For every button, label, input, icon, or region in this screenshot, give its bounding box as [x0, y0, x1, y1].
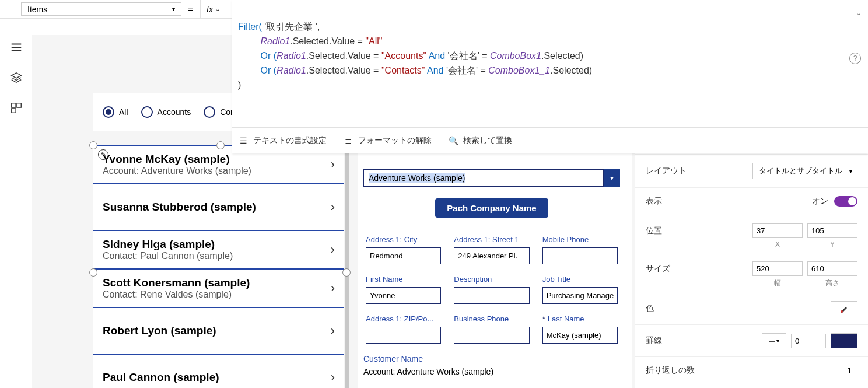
- list-item[interactable]: Robert Lyon (sample) ›: [93, 308, 344, 355]
- field-mobile-phone: Mobile Phone: [542, 235, 618, 264]
- field-business-phone: Business Phone: [454, 314, 529, 344]
- address-street-input[interactable]: [454, 247, 529, 264]
- color-picker[interactable]: [831, 301, 858, 316]
- field-first-name: First Name: [366, 275, 441, 304]
- radio-all[interactable]: All: [103, 106, 128, 118]
- color-label: 色: [646, 303, 654, 314]
- field-address-street: Address 1: Street 1: [454, 235, 529, 264]
- radio-accounts[interactable]: Accounts: [141, 106, 191, 118]
- svg-rect-0: [11, 103, 15, 107]
- field-last-name: *Last Name: [542, 314, 618, 344]
- formula-text[interactable]: Filter( '取引先企業 ', Radio1.Selected.Value …: [232, 0, 868, 127]
- business-phone-input[interactable]: [454, 327, 529, 344]
- property-dropdown[interactable]: Items ▾: [21, 2, 181, 16]
- chevron-down-icon: ▾: [172, 6, 175, 12]
- size-label: サイズ: [646, 264, 670, 274]
- mobile-phone-input[interactable]: [542, 247, 618, 264]
- visible-label: 表示: [646, 196, 662, 207]
- customer-name-block: Customer Name Account: Adventure Works (…: [363, 354, 620, 376]
- list-item[interactable]: Scott Konersmann (sample) Contact: Rene …: [93, 270, 344, 308]
- fx-button[interactable]: fx⌄: [200, 0, 226, 18]
- y-input[interactable]: [807, 223, 858, 238]
- components-icon[interactable]: [10, 102, 23, 114]
- address-city-input[interactable]: [366, 247, 441, 264]
- equals-label: =: [181, 0, 200, 18]
- chevron-down-icon: ⌄: [215, 6, 220, 12]
- svg-rect-2: [11, 109, 15, 113]
- resize-handle[interactable]: [89, 268, 97, 277]
- chevron-right-icon: ›: [331, 370, 335, 385]
- list-item[interactable]: Susanna Stubberod (sample) ›: [93, 184, 344, 231]
- layers-icon[interactable]: [10, 71, 23, 84]
- chevron-down-icon[interactable]: ▾: [604, 169, 620, 187]
- svg-point-3: [841, 310, 843, 313]
- scrollbar[interactable]: [345, 145, 349, 388]
- chevron-right-icon: ›: [331, 242, 335, 257]
- width-input[interactable]: [752, 261, 803, 276]
- svg-rect-1: [16, 103, 20, 107]
- tree-view-icon[interactable]: [10, 41, 23, 54]
- height-input[interactable]: [807, 261, 858, 276]
- find-replace-button[interactable]: 🔍 検索して置換: [448, 135, 512, 146]
- layout-dropdown[interactable]: タイトルとサブタイトル ▾: [752, 163, 858, 179]
- border-style-dropdown[interactable]: — ▾: [762, 333, 786, 348]
- chevron-right-icon: ›: [331, 157, 335, 172]
- company-combobox[interactable]: Adventure Works (sample) ▾: [363, 169, 620, 187]
- last-name-input[interactable]: [542, 327, 618, 344]
- resize-handle[interactable]: [216, 141, 225, 149]
- remove-format-button[interactable]: ≣ フォーマットの解除: [343, 135, 432, 146]
- formula-editor[interactable]: Filter( '取引先企業 ', Radio1.Selected.Value …: [232, 0, 868, 153]
- wrap-count-label: 折り返しの数: [646, 365, 695, 376]
- format-text-icon: ☰: [238, 135, 249, 146]
- chevron-right-icon: ›: [331, 200, 335, 215]
- list-item[interactable]: Sidney Higa (sample) Contact: Paul Canno…: [93, 231, 344, 270]
- position-label: 位置: [646, 226, 662, 236]
- remove-format-icon: ≣: [343, 135, 354, 146]
- gallery-list[interactable]: Yvonne McKay (sample) Account: Adventure…: [93, 145, 344, 388]
- edit-icon[interactable]: ✎: [98, 149, 108, 160]
- field-address-city: Address 1: City: [366, 235, 441, 264]
- property-name: Items: [27, 5, 47, 14]
- border-color-picker[interactable]: [831, 333, 858, 348]
- chevron-right-icon: ›: [331, 281, 335, 296]
- resize-handle[interactable]: [342, 268, 351, 277]
- x-input[interactable]: [752, 223, 803, 238]
- field-description: Description: [454, 275, 529, 304]
- field-job-title: Job Title: [542, 275, 618, 304]
- help-icon[interactable]: ?: [849, 53, 861, 64]
- job-title-input[interactable]: [542, 287, 618, 304]
- field-zip: Address 1: ZIP/Po...: [366, 314, 441, 344]
- visible-toggle[interactable]: [834, 196, 858, 207]
- search-icon: 🔍: [448, 135, 459, 146]
- format-text-button[interactable]: ☰ テキストの書式設定: [238, 135, 327, 146]
- chevron-right-icon: ›: [331, 323, 335, 338]
- resize-handle[interactable]: [89, 141, 97, 149]
- list-item[interactable]: Paul Cannon (sample) ›: [93, 355, 344, 388]
- properties-panel: フィールド 編集 レイアウト タイトルとサブタイトル ▾ 表示 オン 位置 XY…: [635, 127, 868, 388]
- chevron-down-icon[interactable]: ⌄: [856, 6, 861, 20]
- description-input[interactable]: [454, 287, 529, 304]
- layout-label: レイアウト: [646, 166, 687, 176]
- patch-button[interactable]: Pach Company Name: [435, 198, 548, 218]
- chevron-down-icon: ▾: [849, 168, 852, 174]
- zip-input[interactable]: [366, 327, 441, 344]
- first-name-input[interactable]: [366, 287, 441, 304]
- border-width-input[interactable]: [791, 334, 826, 348]
- border-label: 罫線: [646, 335, 662, 346]
